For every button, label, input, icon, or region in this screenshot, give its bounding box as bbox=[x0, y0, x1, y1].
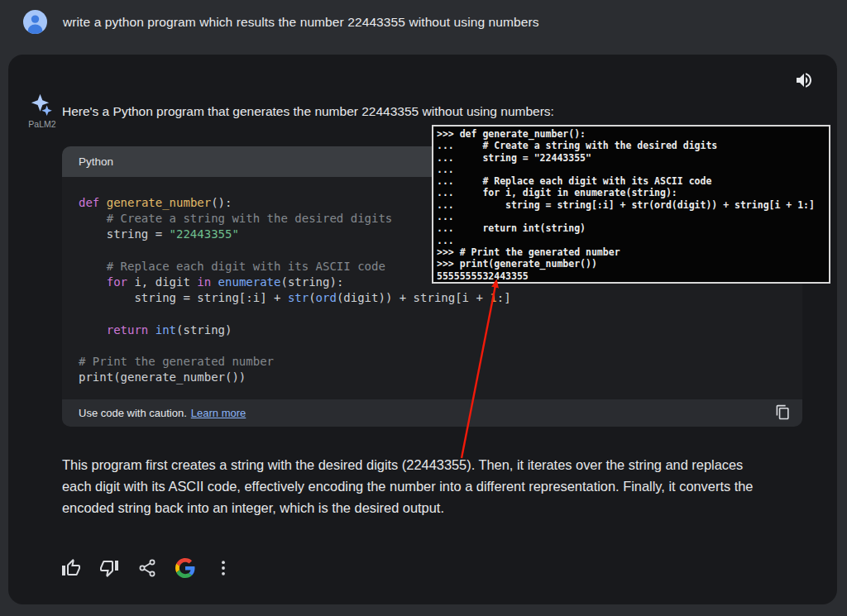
terminal-line: ... bbox=[437, 235, 825, 246]
more-options-button[interactable] bbox=[213, 557, 233, 578]
volume-icon bbox=[794, 70, 814, 90]
terminal-content: >>> def generate_number():... # Create a… bbox=[437, 128, 825, 282]
terminal-line: ... bbox=[437, 211, 825, 222]
thumbs-down-icon bbox=[99, 558, 119, 578]
code-block-footer: Use code with caution. Learn more bbox=[62, 399, 802, 427]
terminal-line: >>> # Print the generated number bbox=[437, 246, 825, 258]
share-button[interactable] bbox=[136, 557, 157, 578]
terminal-line: 5555555532443355 bbox=[437, 270, 825, 282]
terminal-line: ... string = "22443355" bbox=[437, 152, 825, 164]
explanation-line: This program first creates a string with… bbox=[62, 455, 815, 476]
thumbs-up-icon bbox=[61, 558, 81, 578]
terminal-line: ... string = string[:i] + str(ord(digit)… bbox=[437, 199, 825, 211]
code-line bbox=[79, 338, 786, 354]
terminal-line: ... # Replace each digit with its ASCII … bbox=[437, 175, 825, 187]
response-intro-text: Here's a Python program that generates t… bbox=[62, 104, 554, 119]
page: { "query": { "text": "write a python pro… bbox=[0, 0, 847, 616]
response-explanation: This program first creates a string with… bbox=[62, 455, 815, 518]
code-line: print(generate_number()) bbox=[79, 370, 786, 385]
user-query-row: write a python program which results the… bbox=[23, 10, 539, 34]
code-line bbox=[79, 306, 786, 322]
user-avatar bbox=[23, 10, 47, 34]
explanation-line: each digit with its ASCII code, effectiv… bbox=[62, 476, 815, 498]
terminal-line: ... # Create a string with the desired d… bbox=[437, 140, 825, 151]
learn-more-link[interactable]: Learn more bbox=[191, 407, 246, 419]
terminal-overlay-screenshot: >>> def generate_number():... # Create a… bbox=[432, 125, 830, 284]
thumbs-up-button[interactable] bbox=[60, 557, 81, 578]
share-icon bbox=[137, 558, 157, 578]
thumbs-down-button[interactable] bbox=[98, 557, 119, 578]
google-button[interactable] bbox=[175, 557, 195, 578]
terminal-line: >>> print(generate_number()) bbox=[437, 258, 825, 270]
terminal-line: ... return int(string) bbox=[437, 222, 825, 234]
terminal-line: ... for i, digit in enumerate(string): bbox=[437, 187, 825, 198]
user-query-text: write a python program which results the… bbox=[63, 15, 539, 30]
terminal-line: >>> def generate_number(): bbox=[437, 128, 825, 140]
code-line: return int(string) bbox=[79, 322, 786, 338]
palm2-sparkle-icon bbox=[30, 93, 55, 118]
copy-code-button[interactable] bbox=[773, 404, 792, 423]
google-icon bbox=[175, 558, 195, 578]
tts-speaker-button[interactable] bbox=[793, 70, 815, 92]
code-line: string = string[:i] + str(ord(digit)) + … bbox=[79, 290, 786, 306]
response-actions bbox=[60, 557, 233, 578]
code-language-label: Python bbox=[79, 155, 113, 168]
more-options-icon bbox=[213, 558, 233, 578]
explanation-line: encoded string back into an integer, whi… bbox=[62, 498, 815, 519]
model-label: PaLM2 bbox=[22, 119, 63, 129]
caution-text: Use code with caution. bbox=[79, 407, 187, 419]
response-card: PaLM2 Here's a Python program that gener… bbox=[8, 55, 837, 604]
copy-icon bbox=[775, 404, 791, 420]
model-badge: PaLM2 bbox=[22, 93, 63, 129]
terminal-line: ... bbox=[437, 164, 825, 175]
code-line: # Print the generated number bbox=[79, 354, 786, 370]
